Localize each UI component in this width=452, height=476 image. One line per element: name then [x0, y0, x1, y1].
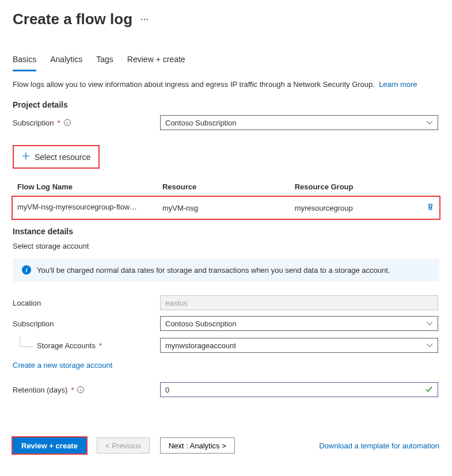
retention-input[interactable]: 0	[160, 382, 438, 397]
cell-resource: myVM-nsg	[158, 197, 290, 219]
more-menu-icon[interactable]: ···	[140, 15, 149, 24]
subscription-select[interactable]: Contoso Subscription	[160, 115, 438, 130]
next-button[interactable]: Next : Analytics >	[160, 437, 235, 454]
tab-analytics[interactable]: Analytics	[50, 50, 82, 71]
plus-icon	[22, 152, 30, 162]
subscription-field: Subscription * i Contoso Subscription	[13, 115, 439, 130]
check-icon	[425, 385, 433, 395]
tree-indent-line	[20, 337, 33, 347]
col-resource: Resource	[158, 179, 290, 197]
instance-subscription-label: Subscription	[13, 319, 54, 328]
location-field: Location eastus	[13, 295, 439, 310]
col-flow-log-name: Flow Log Name	[13, 179, 158, 197]
tab-bar: Basics Analytics Tags Review + create	[13, 50, 439, 72]
location-input: eastus	[160, 295, 438, 310]
required-indicator: *	[99, 341, 102, 350]
instance-subscription-field: Subscription Contoso Subscription	[13, 316, 439, 331]
storage-info-banner: i You'll be charged normal data rates fo…	[13, 258, 439, 281]
location-label: Location	[13, 299, 41, 307]
storage-accounts-select[interactable]: mynwstorageaccount	[160, 338, 438, 353]
page-title: Create a flow log ···	[13, 10, 439, 28]
storage-accounts-label: Storage Accounts	[37, 341, 96, 350]
create-storage-link[interactable]: Create a new storage account	[13, 361, 112, 370]
info-icon: i	[22, 265, 31, 275]
required-indicator: *	[71, 386, 74, 394]
info-icon[interactable]: i	[64, 119, 71, 126]
instance-details-heading: Instance details	[13, 227, 439, 236]
info-icon[interactable]: i	[77, 386, 84, 393]
cell-flow-log-name: myVM-nsg-myresourcegroup-flowl…	[17, 203, 138, 211]
tab-basics[interactable]: Basics	[13, 50, 36, 71]
chevron-down-icon	[426, 119, 433, 126]
chevron-down-icon	[426, 342, 433, 349]
storage-accounts-field: Storage Accounts * mynwstorageaccount	[13, 338, 439, 353]
retention-field: Retention (days) * i 0	[13, 382, 439, 397]
select-resource-button[interactable]: Select resource	[13, 145, 100, 169]
download-template-link[interactable]: Download a template for automation	[319, 441, 439, 450]
project-details-heading: Project details	[13, 100, 439, 109]
col-resource-group: Resource Group	[290, 179, 416, 197]
select-storage-subheading: Select storage account	[13, 242, 439, 250]
review-create-button[interactable]: Review + create	[13, 437, 86, 454]
retention-label: Retention (days)	[13, 386, 67, 394]
learn-more-link[interactable]: Learn more	[379, 80, 417, 89]
required-indicator: *	[58, 119, 60, 127]
tab-description: Flow logs allow you to view information …	[13, 80, 439, 89]
tab-review-create[interactable]: Review + create	[127, 50, 185, 71]
wizard-footer: Review + create < Previous Next : Analyt…	[13, 437, 439, 454]
cell-resource-group: myresourcegroup	[290, 197, 416, 219]
subscription-label: Subscription	[13, 119, 54, 127]
previous-button: < Previous	[97, 437, 150, 454]
instance-subscription-select[interactable]: Contoso Subscription	[160, 316, 438, 331]
resource-table: Flow Log Name Resource Resource Group my…	[13, 179, 439, 219]
tab-tags[interactable]: Tags	[96, 50, 113, 71]
delete-row-button[interactable]	[426, 204, 435, 213]
table-row: myVM-nsg-myresourcegroup-flowl… myVM-nsg…	[13, 197, 439, 219]
chevron-down-icon	[426, 320, 433, 327]
